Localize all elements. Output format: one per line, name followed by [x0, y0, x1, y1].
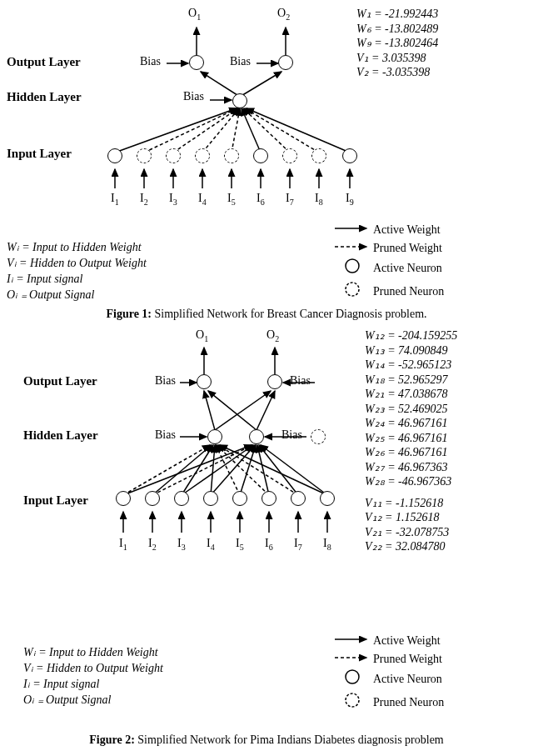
input-label: I4 [207, 537, 215, 552]
legend-block: Active Weight Pruned Weight Active Neuro… [331, 633, 444, 714]
hidden-layer-label: Hidden Layer [23, 428, 98, 443]
input-label: I9 [346, 192, 354, 207]
bias-label: Bias [155, 428, 176, 442]
output-neuron [197, 374, 212, 389]
svg-line-7 [115, 108, 237, 153]
svg-line-47 [123, 445, 252, 495]
svg-line-14 [243, 108, 290, 153]
hidden-neuron [232, 93, 247, 108]
input-label: I3 [169, 192, 177, 207]
circle-solid-icon [331, 258, 373, 279]
input-neuron-pruned [282, 148, 297, 163]
output-label-2: O2 [266, 328, 279, 343]
svg-line-8 [242, 108, 261, 153]
input-neuron [174, 491, 189, 506]
svg-line-13 [232, 108, 240, 153]
output-label-1: O1 [188, 7, 201, 22]
input-neuron-pruned [137, 148, 152, 163]
bias-label: Bias [281, 428, 302, 442]
notation-block: Wᵢ = Input to Hidden Weight Vᵢ = Hidden … [23, 645, 163, 708]
input-label: I2 [148, 537, 157, 552]
input-neuron-pruned [224, 148, 239, 163]
svg-line-11 [173, 108, 238, 153]
input-neuron [232, 491, 247, 506]
input-neuron [203, 491, 218, 506]
hidden-neuron [249, 429, 264, 444]
input-layer-label: Input Layer [7, 147, 72, 161]
legend-label: Pruned Weight [373, 240, 442, 257]
svg-line-43 [123, 445, 210, 495]
input-label: I8 [323, 537, 331, 552]
svg-line-33 [204, 391, 215, 430]
hidden-layer-label: Hidden Layer [7, 90, 82, 104]
input-layer-label: Input Layer [23, 493, 88, 508]
input-neuron [253, 148, 268, 163]
output-label-1: O1 [196, 328, 208, 343]
svg-line-44 [216, 445, 240, 495]
input-neuron [291, 491, 306, 506]
legend-label: Pruned Neuron [373, 694, 444, 711]
output-layer-label: Output Layer [7, 55, 81, 69]
circle-dashed-icon [331, 281, 373, 303]
svg-line-35 [208, 391, 257, 430]
bias-label: Bias [140, 55, 161, 68]
svg-point-27 [346, 259, 359, 273]
input-neuron [262, 491, 276, 506]
svg-line-53 [261, 445, 327, 495]
svg-line-39 [152, 445, 212, 495]
svg-line-40 [182, 445, 213, 495]
input-label: I5 [236, 537, 244, 552]
input-neuron [145, 491, 160, 506]
input-label: I3 [177, 537, 186, 552]
svg-point-66 [346, 693, 359, 707]
arrow-dashed-icon [331, 651, 373, 668]
input-label: I6 [257, 192, 265, 207]
legend-label: Pruned Weight [373, 651, 442, 668]
svg-line-54 [152, 445, 252, 495]
output-layer-label: Output Layer [23, 374, 97, 388]
svg-line-50 [240, 445, 256, 495]
svg-point-65 [346, 670, 359, 683]
notation-block: Wᵢ = Input to Hidden Weight Vᵢ = Hidden … [7, 240, 147, 303]
legend-label: Active Neuron [373, 260, 442, 277]
svg-line-45 [217, 445, 269, 495]
circle-solid-icon [331, 668, 373, 690]
svg-line-41 [211, 445, 215, 495]
svg-line-5 [240, 72, 281, 97]
bias-label: Bias [290, 374, 311, 388]
output-neuron [189, 55, 204, 70]
weights-list-1: W₁ = -21.992443 W₆ = -13.802489 W₉ = -13… [356, 7, 438, 80]
legend-label: Active Neuron [373, 671, 442, 688]
figure-2-caption: Figure 2: Simplified Network for Pima In… [7, 733, 526, 747]
output-neuron [278, 55, 293, 70]
svg-line-46 [218, 445, 298, 495]
output-label-2: O2 [277, 7, 290, 22]
input-label: I6 [265, 537, 273, 552]
bias-label: Bias [230, 55, 251, 68]
figure-1-caption: Figure 1: Simplified Network for Breast … [7, 308, 526, 321]
input-label: I1 [111, 192, 119, 207]
input-neuron [342, 148, 357, 163]
legend-label: Pruned Neuron [373, 283, 444, 300]
svg-point-28 [346, 283, 359, 296]
legend-label: Active Weight [373, 633, 441, 649]
svg-line-4 [201, 72, 240, 97]
arrow-solid-icon [331, 633, 373, 649]
svg-line-36 [257, 391, 275, 430]
network-svg-1 [7, 7, 526, 223]
input-neuron [107, 148, 122, 163]
hidden-neuron [207, 429, 222, 444]
bias-label: Bias [183, 90, 204, 103]
svg-line-52 [259, 445, 298, 495]
legend-label: Active Weight [373, 222, 441, 238]
svg-line-48 [182, 445, 253, 495]
svg-line-12 [202, 108, 239, 153]
weights-list-2: W₁₂ = -204.159255 W₁₃ = 74.090849 W₁₄ = … [365, 328, 457, 554]
svg-line-15 [245, 108, 319, 153]
legend-block: Active Weight Pruned Weight Active Neuro… [331, 222, 444, 303]
svg-line-42 [220, 445, 327, 495]
svg-line-49 [211, 445, 255, 495]
input-label: I2 [140, 192, 148, 207]
figure-2: O1 O2 W₁₂ = -204.159255 W₁₃ = 74.090849 … [7, 328, 526, 753]
input-label: I7 [286, 192, 294, 207]
